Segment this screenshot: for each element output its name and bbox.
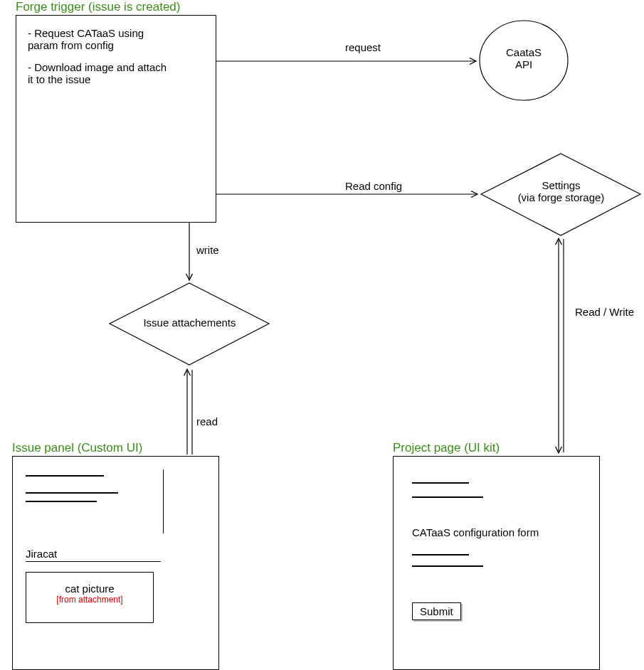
forge-trigger-title: Forge trigger (issue is created) (16, 0, 180, 14)
issue-panel-picture-box: cat picture [from attachment] (26, 572, 154, 623)
project-page-box: CATaaS configuration form Submit (393, 456, 600, 670)
issue-panel-section-label: Jiracat (26, 548, 206, 560)
settings-diamond-text: Settings (via forge storage) (480, 179, 643, 203)
settings-line2: (via forge storage) (480, 191, 643, 203)
project-page-title: Project page (UI kit) (393, 441, 500, 455)
issue-panel-pic-label: cat picture (26, 583, 153, 595)
project-page-line (412, 482, 469, 484)
issue-panel-divider (163, 469, 164, 533)
project-page-line (412, 565, 483, 567)
edge-label-request: request (345, 41, 381, 53)
edge-label-read-write: Read / Write (575, 306, 634, 318)
settings-line1: Settings (480, 179, 643, 191)
submit-button[interactable]: Submit (412, 602, 461, 620)
issue-panel-section-rule (26, 561, 161, 562)
edge-label-read-config: Read config (345, 180, 402, 192)
issue-panel-header-line (26, 492, 118, 494)
forge-trigger-line2a: - Download image and attach (28, 61, 204, 73)
project-page-line (412, 496, 483, 498)
issue-attachments-label: Issue attachements (108, 317, 271, 329)
issue-panel-pic-sub: [from attachment] (26, 595, 153, 605)
edge-label-write: write (196, 244, 219, 256)
forge-trigger-line1b: param from config (28, 39, 204, 51)
project-page-line (412, 554, 469, 555)
forge-trigger-line2b: it to the issue (28, 73, 204, 85)
issue-panel-title: Issue panel (Custom UI) (12, 441, 142, 455)
issue-panel-header-line (26, 475, 104, 477)
cataas-api-label: CaataS API (477, 46, 570, 70)
edge-label-read: read (196, 415, 218, 427)
issue-panel-header-line (26, 501, 97, 502)
forge-trigger-box: - Request CATaaS using param from config… (16, 15, 216, 223)
issue-panel-box: Jiracat cat picture [from attachment] (12, 456, 219, 670)
forge-trigger-line1a: - Request CATaaS using (28, 27, 204, 39)
project-page-form-label: CATaaS configuration form (412, 526, 581, 538)
